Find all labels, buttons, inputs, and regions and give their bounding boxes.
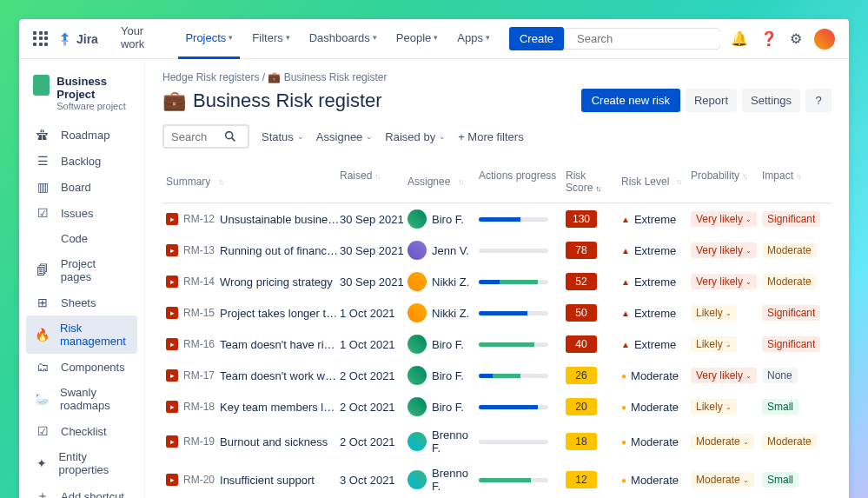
sidebar-item-code[interactable]: Code: [26, 226, 137, 251]
jira-logo[interactable]: Jira: [57, 31, 98, 47]
sidebar-item-add-shortcut[interactable]: ＋Add shortcut: [26, 482, 137, 498]
project-header[interactable]: Business Project Software project: [26, 71, 137, 122]
assignee-avatar[interactable]: [407, 470, 427, 489]
col-impact[interactable]: Impact↑↓: [762, 169, 828, 194]
issue-key[interactable]: RM-15: [183, 307, 215, 319]
sidebar-item-board[interactable]: ▥Board: [26, 174, 137, 200]
issue-key[interactable]: RM-19: [183, 435, 215, 448]
probability-tag[interactable]: Likely⌄: [691, 336, 737, 352]
filter-assignee[interactable]: Assignee ⌄: [316, 130, 373, 143]
filter-status[interactable]: Status ⌄: [262, 130, 304, 143]
assignee-avatar[interactable]: [407, 397, 427, 416]
more-filters[interactable]: + More filters: [458, 130, 524, 143]
assignee-avatar[interactable]: [407, 335, 427, 354]
sidebar-item-entity-properties[interactable]: ✦Entity properties: [26, 444, 137, 482]
breadcrumb-parent[interactable]: Hedge Risk registers: [162, 71, 259, 83]
col-assignee[interactable]: Assignee↑↓: [407, 169, 479, 194]
notifications-icon[interactable]: 🔔: [731, 30, 748, 47]
search-input[interactable]: [577, 32, 723, 45]
assignee-avatar[interactable]: [407, 303, 427, 322]
sidebar-item-checklist[interactable]: ☑Checklist: [26, 418, 137, 444]
sidebar-item-roadmap[interactable]: 🛣Roadmap: [26, 122, 137, 148]
col-level[interactable]: Risk Level↑↓: [621, 169, 691, 194]
chevron-down-icon: ⌄: [745, 278, 752, 286]
issue-summary: Wrong pricing strategy: [220, 276, 333, 289]
risk-type-icon: ▸: [166, 338, 178, 350]
sidebar-icon: 🗐: [35, 263, 50, 277]
risk-type-icon: ▸: [166, 276, 178, 288]
assignee-avatar[interactable]: [407, 272, 427, 291]
probability-tag[interactable]: Moderate⌄: [691, 434, 754, 449]
help-button[interactable]: ?: [805, 89, 832, 112]
level-indicator-icon: ▲: [621, 215, 630, 224]
table-row[interactable]: ▸RM-13Running out of financial reso…30 S…: [162, 235, 832, 266]
nav-projects[interactable]: Projects▾: [178, 19, 240, 59]
assignee-avatar[interactable]: [407, 241, 427, 260]
nav-your-work[interactable]: Your work: [114, 19, 173, 59]
issue-key[interactable]: RM-20: [183, 474, 215, 486]
impact-tag: Moderate: [762, 434, 817, 449]
issue-key[interactable]: RM-13: [183, 244, 215, 256]
col-summary[interactable]: Summary↑↓: [166, 169, 340, 194]
nav-people[interactable]: People▾: [389, 19, 445, 59]
sidebar-item-issues[interactable]: ☑Issues: [26, 200, 137, 226]
settings-icon[interactable]: ⚙: [790, 30, 802, 47]
level-indicator-icon: ●: [621, 402, 626, 412]
table-row[interactable]: ▸RM-19Burnout and sickness2 Oct 2021Bren…: [162, 422, 832, 461]
table-row[interactable]: ▸RM-20Insufficient support3 Oct 2021Bren…: [162, 461, 832, 498]
nav-filters[interactable]: Filters▾: [245, 19, 296, 59]
user-avatar[interactable]: [814, 29, 835, 50]
nav-dashboards[interactable]: Dashboards▾: [302, 19, 384, 59]
probability-tag[interactable]: Very likely⌄: [691, 242, 757, 258]
table-row[interactable]: ▸RM-17Team doesn't work well toget…2 Oct…: [162, 360, 832, 391]
risk-score-badge: 50: [566, 304, 597, 322]
issue-key[interactable]: RM-17: [183, 369, 215, 382]
chevron-down-icon: ⌄: [745, 247, 752, 255]
filter-search-input[interactable]: [171, 130, 223, 143]
sidebar-icon: 🛣: [35, 128, 50, 142]
risk-level: Extreme: [634, 276, 676, 289]
probability-tag[interactable]: Very likely⌄: [691, 274, 757, 289]
table-row[interactable]: ▸RM-12Unsustainable business model30 Sep…: [162, 203, 832, 235]
probability-tag[interactable]: Likely⌄: [691, 305, 737, 321]
col-prob[interactable]: Probability↑↓: [691, 169, 762, 194]
chevron-down-icon: ⌄: [726, 403, 732, 411]
settings-button[interactable]: Settings: [742, 89, 800, 112]
nav-apps[interactable]: Apps▾: [450, 19, 497, 59]
create-risk-button[interactable]: Create new risk: [581, 89, 680, 112]
sidebar-item-swanly-roadmaps[interactable]: 🦢Swanly roadmaps: [26, 380, 137, 418]
sidebar-item-risk-management[interactable]: 🔥Risk management: [26, 315, 137, 354]
table-row[interactable]: ▸RM-18Key team members leave2 Oct 2021Bi…: [162, 391, 832, 422]
filters-bar: Status ⌄ Assignee ⌄ Raised by ⌄ + More f…: [162, 124, 832, 149]
assignee-avatar[interactable]: [407, 366, 427, 385]
probability-tag[interactable]: Moderate⌄: [691, 472, 754, 488]
issue-key[interactable]: RM-18: [183, 401, 215, 413]
issue-key[interactable]: RM-16: [183, 338, 215, 350]
assignee-avatar[interactable]: [407, 209, 427, 229]
table-row[interactable]: ▸RM-16Team doesn't have right skillset1 …: [162, 329, 832, 360]
sidebar-item-project-pages[interactable]: 🗐Project pages: [26, 251, 137, 289]
sidebar-item-sheets[interactable]: ⊞Sheets: [26, 289, 137, 315]
filter-search[interactable]: [162, 124, 249, 149]
probability-tag[interactable]: Very likely⌄: [691, 211, 757, 227]
sidebar-item-backlog[interactable]: ☰Backlog: [26, 148, 137, 174]
sidebar-item-components[interactable]: 🗂Components: [26, 354, 137, 380]
impact-tag: None: [762, 368, 798, 383]
col-raised[interactable]: Raised↑↓: [340, 169, 407, 194]
help-icon[interactable]: ❓: [760, 30, 778, 47]
progress-bar: [479, 311, 548, 315]
issue-key[interactable]: RM-14: [183, 276, 215, 288]
table-row[interactable]: ▸RM-15Project takes longer then orig…1 O…: [162, 297, 832, 329]
table-row[interactable]: ▸RM-14Wrong pricing strategy30 Sep 2021N…: [162, 266, 832, 297]
col-progress[interactable]: Actions progress: [479, 169, 566, 194]
global-search[interactable]: [564, 28, 720, 50]
issue-key[interactable]: RM-12: [183, 213, 215, 225]
filter-raised-by[interactable]: Raised by ⌄: [385, 130, 446, 143]
create-button[interactable]: Create: [509, 27, 564, 50]
assignee-avatar[interactable]: [407, 432, 427, 451]
col-score[interactable]: Risk Score↑↓: [566, 169, 621, 194]
app-switcher-icon[interactable]: [33, 31, 49, 47]
probability-tag[interactable]: Likely⌄: [691, 399, 737, 415]
probability-tag[interactable]: Very likely⌄: [691, 368, 757, 383]
report-button[interactable]: Report: [686, 89, 737, 112]
